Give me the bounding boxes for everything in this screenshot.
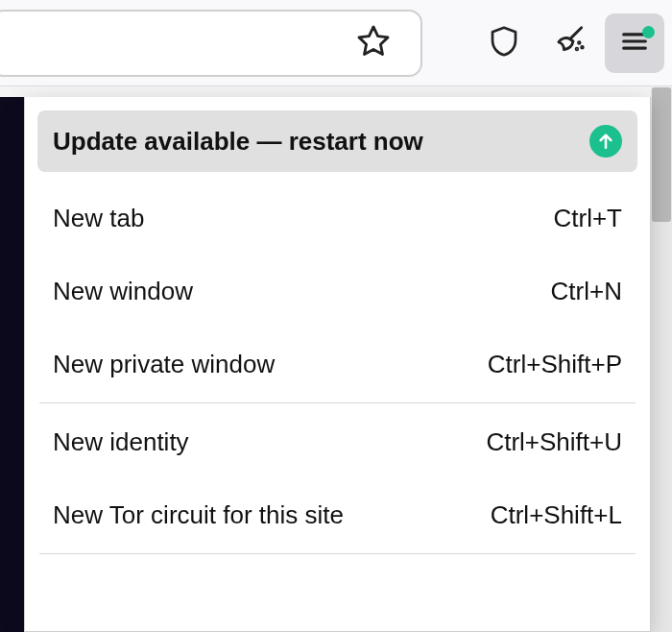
menu-item-shortcut: Ctrl+N	[551, 277, 622, 306]
broom-button[interactable]	[540, 13, 599, 73]
menu-item-new-tor-circuit[interactable]: New Tor circuit for this site Ctrl+Shift…	[37, 478, 637, 551]
menu-item-shortcut: Ctrl+Shift+P	[488, 350, 622, 379]
update-restart-label: Update available — restart now	[53, 127, 423, 157]
menu-separator	[39, 553, 636, 554]
menu-item-new-window[interactable]: New window Ctrl+N	[37, 255, 637, 328]
app-menu-button[interactable]	[605, 13, 664, 73]
url-bar[interactable]	[0, 10, 422, 77]
app-menu-panel: Update available — restart now New tab C…	[24, 97, 651, 632]
menu-item-new-tab[interactable]: New tab Ctrl+T	[37, 182, 637, 255]
svg-point-1	[576, 48, 578, 50]
menu-item-new-identity[interactable]: New identity Ctrl+Shift+U	[37, 405, 637, 478]
menu-item-label: New identity	[53, 427, 189, 457]
menu-item-shortcut: Ctrl+Shift+U	[486, 427, 622, 457]
menu-item-shortcut: Ctrl+Shift+L	[491, 500, 622, 530]
browser-toolbar	[0, 0, 672, 86]
svg-point-0	[579, 41, 581, 43]
broom-sparkle-icon	[551, 23, 588, 63]
page-background-strip	[0, 97, 24, 632]
update-restart-item[interactable]: Update available — restart now	[37, 110, 637, 172]
shield-button[interactable]	[474, 13, 534, 73]
menu-separator	[39, 402, 636, 403]
menu-item-label: New private window	[53, 350, 275, 379]
svg-point-2	[582, 46, 584, 48]
arrow-up-circle-icon	[589, 125, 622, 158]
star-icon	[355, 23, 392, 63]
update-indicator-dot	[642, 26, 655, 38]
bookmark-star-button[interactable]	[344, 13, 403, 73]
menu-item-shortcut: Ctrl+T	[554, 204, 623, 233]
vertical-scrollbar-thumb[interactable]	[652, 87, 671, 222]
menu-item-label: New tab	[53, 204, 144, 233]
menu-item-new-private-window[interactable]: New private window Ctrl+Shift+P	[37, 328, 637, 401]
shield-icon	[487, 24, 521, 62]
menu-item-label: New window	[53, 277, 193, 306]
menu-item-label: New Tor circuit for this site	[53, 500, 344, 530]
